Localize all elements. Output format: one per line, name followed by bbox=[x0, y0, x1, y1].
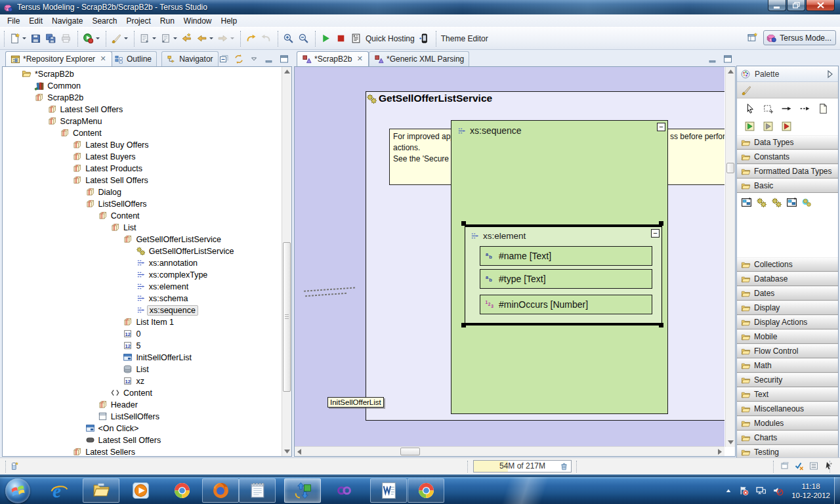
action-center-icon[interactable] bbox=[738, 485, 749, 496]
tree-item[interactable]: Latest Buy Offers bbox=[3, 139, 281, 151]
taskbar-notepad[interactable] bbox=[239, 478, 276, 503]
display-item-icon[interactable] bbox=[786, 197, 797, 208]
tree-item[interactable]: xs:complexType bbox=[3, 269, 281, 281]
save-all-button[interactable] bbox=[44, 32, 58, 45]
palette-drawer-data-types[interactable]: Data Types bbox=[737, 135, 838, 150]
menu-window[interactable]: Window bbox=[179, 15, 217, 27]
palette-drawer-display-actions[interactable]: Display Actions bbox=[737, 315, 838, 329]
collapse-all-icon[interactable] bbox=[219, 54, 229, 64]
tree-item[interactable]: List bbox=[3, 364, 281, 375]
palette-drawer-flow-control[interactable]: Flow Control bbox=[737, 344, 838, 358]
tree-item[interactable]: GetSellOfferListService bbox=[3, 234, 281, 245]
tree-item[interactable]: Content bbox=[3, 210, 281, 222]
menu-search[interactable]: Search bbox=[87, 15, 121, 27]
marquee-tool-icon[interactable] bbox=[763, 103, 774, 114]
display-item-icon[interactable] bbox=[741, 197, 752, 208]
list-small-status-icon[interactable] bbox=[808, 461, 819, 471]
tree-item[interactable]: Latest Sell Offers bbox=[3, 434, 281, 446]
tray-expand-icon[interactable] bbox=[724, 487, 732, 495]
toolbar-label-theme-editor[interactable]: Theme Editor bbox=[441, 34, 488, 43]
close-tab-icon[interactable]: ✕ bbox=[356, 55, 364, 63]
selection-handle[interactable] bbox=[461, 221, 466, 226]
editor-tab-genericxmlparsing[interactable]: *Generic XML Parsing bbox=[369, 51, 469, 66]
menu-navigate[interactable]: Navigate bbox=[47, 15, 87, 27]
phone-button[interactable] bbox=[417, 32, 431, 45]
palette-drawer-display[interactable]: Display bbox=[737, 301, 838, 315]
volume-icon[interactable] bbox=[772, 485, 784, 496]
view-menu-icon[interactable] bbox=[249, 54, 259, 64]
new-file-button[interactable] bbox=[8, 32, 28, 45]
menu-file[interactable]: File bbox=[3, 15, 24, 27]
flag-green-tool-icon[interactable] bbox=[744, 121, 755, 132]
network-icon[interactable] bbox=[755, 485, 766, 496]
redo-edit-button[interactable] bbox=[259, 32, 273, 45]
selection-handle[interactable] bbox=[659, 323, 663, 327]
maximize-editor-icon[interactable] bbox=[723, 54, 733, 64]
menu-project[interactable]: Project bbox=[121, 15, 155, 27]
toolbar-label-quick-hosting[interactable]: Quick Hosting bbox=[366, 34, 415, 43]
run-service-button[interactable] bbox=[81, 32, 101, 45]
palette-drawer-mobile[interactable]: Mobile bbox=[737, 329, 838, 344]
maximize-view-icon[interactable] bbox=[279, 54, 289, 64]
tree-item[interactable]: GetSellOfferListService bbox=[3, 245, 281, 257]
tree-item[interactable]: <On Click> bbox=[3, 423, 281, 434]
tree-item[interactable]: Header bbox=[3, 399, 281, 411]
zoom-out-button[interactable] bbox=[297, 32, 310, 45]
selection-handle[interactable] bbox=[659, 221, 663, 226]
zoom-in-button[interactable] bbox=[282, 32, 295, 45]
tree-item[interactable]: *ScrapB2b bbox=[3, 68, 281, 80]
window-small-status-icon[interactable] bbox=[780, 461, 790, 471]
tree-item[interactable]: xs:sequence bbox=[3, 304, 281, 316]
view-tab-repositoryexplorer[interactable]: *Repository Explorer✕ bbox=[5, 51, 112, 66]
annotation-prev-button[interactable] bbox=[159, 32, 178, 45]
menu-help[interactable]: Help bbox=[217, 15, 242, 27]
taskbar-chrome[interactable] bbox=[163, 478, 200, 503]
taskbar-explorer[interactable] bbox=[83, 478, 119, 503]
play-button[interactable] bbox=[319, 32, 333, 45]
field-nametext[interactable]: ab#name [Text] bbox=[480, 246, 652, 266]
taskbar-word[interactable] bbox=[370, 478, 407, 503]
repository-tree[interactable]: *ScrapB2bCommonScrapB2bLatest Sell Offer… bbox=[3, 68, 281, 455]
editor-horizontal-scrollbar[interactable] bbox=[295, 446, 724, 456]
palette-drawer-collections[interactable]: Collections bbox=[737, 257, 838, 272]
tree-item[interactable]: Content bbox=[3, 387, 281, 399]
start-button[interactable] bbox=[5, 478, 30, 503]
perspective-tersus-button[interactable]: Tersus Mode... bbox=[763, 30, 836, 45]
palette-drawer-dates[interactable]: Dates bbox=[737, 286, 838, 301]
palette-drawer-miscellaneous[interactable]: Miscellaneous bbox=[737, 402, 838, 416]
palette-drawer-constants[interactable]: Constants bbox=[737, 150, 838, 164]
view-tab-navigator[interactable]: Navigator bbox=[161, 51, 218, 66]
view-tab-outline[interactable]: Outline bbox=[109, 51, 157, 66]
pointer-small-status-icon[interactable] bbox=[823, 461, 833, 471]
stop-button[interactable] bbox=[334, 32, 348, 45]
taskbar-wmp[interactable] bbox=[122, 478, 159, 503]
tree-item[interactable]: Latest Sellers bbox=[3, 446, 281, 455]
palette-brush-tool[interactable] bbox=[737, 82, 838, 98]
forward-arrow-button[interactable] bbox=[216, 32, 236, 45]
field-typetext[interactable]: ab#type [Text] bbox=[480, 269, 652, 289]
dashed-arrow-tool-icon[interactable] bbox=[799, 103, 810, 114]
tree-item[interactable]: List Item 1 bbox=[3, 316, 281, 328]
check-x-status-icon[interactable] bbox=[794, 461, 805, 471]
collapse-sequence-button[interactable]: − bbox=[657, 123, 665, 131]
tree-item[interactable]: Latest Buyers bbox=[3, 151, 281, 163]
tree-item[interactable]: 12xz bbox=[3, 375, 281, 387]
palette-header[interactable]: Palette bbox=[737, 66, 838, 82]
gears-item-icon[interactable] bbox=[771, 197, 782, 208]
tray-clock[interactable]: 11:1810-12-2012 bbox=[791, 482, 830, 500]
selection-handle[interactable] bbox=[461, 323, 466, 327]
tree-item[interactable]: Latest Sell Offers bbox=[3, 104, 281, 116]
annotation-next-button[interactable] bbox=[138, 32, 158, 45]
taskbar-ie[interactable]: e bbox=[41, 478, 77, 503]
page-tool-icon[interactable] bbox=[818, 103, 829, 114]
tree-item[interactable]: xs:element bbox=[3, 281, 281, 293]
quick-hosting-button[interactable] bbox=[349, 32, 363, 45]
tree-item[interactable]: ScrapB2b bbox=[3, 92, 281, 104]
cursor-tool-icon[interactable] bbox=[744, 103, 755, 114]
palette-drawer-database[interactable]: Database bbox=[737, 272, 838, 286]
minimize-button[interactable] bbox=[768, 0, 786, 11]
tree-item[interactable]: 125 bbox=[3, 340, 281, 352]
tree-vertical-scrollbar[interactable] bbox=[282, 67, 291, 456]
paintbrush-button[interactable] bbox=[110, 32, 129, 45]
tree-item[interactable]: Common bbox=[3, 80, 281, 92]
